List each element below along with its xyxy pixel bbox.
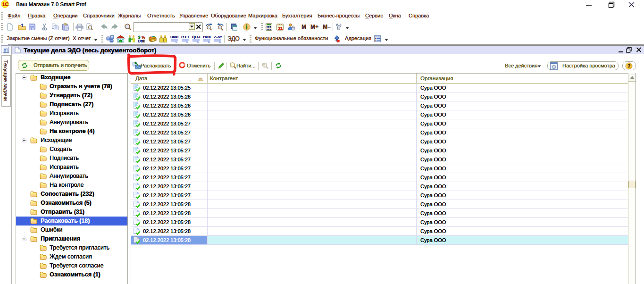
svg-text:ЦЕНЫ: ЦЕНЫ — [192, 35, 200, 39]
svg-text:СЧЕТ: СЧЕТ — [181, 35, 189, 39]
svg-text:1С: 1С — [2, 1, 9, 7]
svg-text:РАСХ: РАСХ — [203, 35, 211, 39]
svg-text:?: ? — [627, 63, 630, 69]
svg-text:€: € — [142, 39, 145, 42]
svg-text:Z-от: Z-от — [214, 35, 222, 39]
svg-text:31: 31 — [278, 25, 283, 31]
svg-text:НАКЛ: НАКЛ — [170, 35, 178, 39]
